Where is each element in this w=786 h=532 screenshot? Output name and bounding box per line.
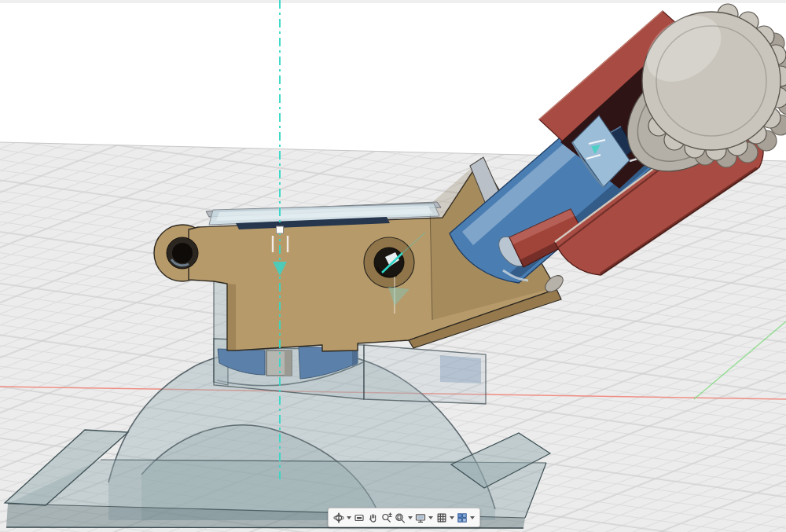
caret-down-icon (347, 516, 351, 519)
caret-down-icon (450, 516, 454, 519)
boss-hole (167, 237, 198, 269)
nav-item-zoom (380, 512, 393, 524)
caret-down-icon (408, 516, 413, 519)
display-settings-icon (415, 512, 426, 523)
viewports-dropdown-caret[interactable] (469, 515, 476, 520)
nav-item-look-at (353, 512, 365, 524)
display-settings-dropdown-caret[interactable] (428, 515, 434, 520)
look-at-button[interactable] (353, 512, 365, 524)
fit-icon (395, 512, 406, 523)
caret-down-icon (428, 516, 433, 519)
view-navigation-bar (328, 508, 480, 527)
viewports-icon (457, 512, 468, 523)
grid-snaps-dropdown-caret[interactable] (449, 515, 455, 520)
orbit-icon (333, 512, 344, 523)
nav-item-fit (394, 512, 413, 524)
pan-icon (368, 512, 379, 523)
orbit-dropdown-caret[interactable] (346, 515, 352, 520)
display-settings-button[interactable] (414, 512, 427, 524)
orbit-button[interactable] (332, 512, 345, 524)
fit-dropdown-caret[interactable] (407, 515, 413, 520)
nav-item-orbit (332, 512, 352, 524)
box-right-face (364, 345, 486, 404)
viewport-canvas[interactable] (0, 0, 786, 532)
cad-viewport[interactable] (0, 0, 786, 532)
bracket-side-shade (227, 284, 236, 350)
grid-snaps-icon (436, 512, 447, 523)
viewports-button[interactable] (456, 512, 468, 524)
nav-item-pan (367, 512, 380, 524)
pan-button[interactable] (367, 512, 380, 524)
look-at-icon (354, 512, 365, 523)
caret-down-icon (470, 516, 475, 519)
nav-item-grid-snaps (435, 512, 455, 524)
nav-item-viewports (456, 512, 476, 524)
nav-item-display-settings (414, 512, 434, 524)
grid-snaps-button[interactable] (435, 512, 448, 524)
top-edge-strip (0, 0, 786, 3)
zoom-icon (381, 512, 392, 523)
zoom-button[interactable] (380, 512, 393, 524)
joint-origin-marker[interactable] (277, 226, 284, 233)
fit-button[interactable] (394, 512, 406, 524)
